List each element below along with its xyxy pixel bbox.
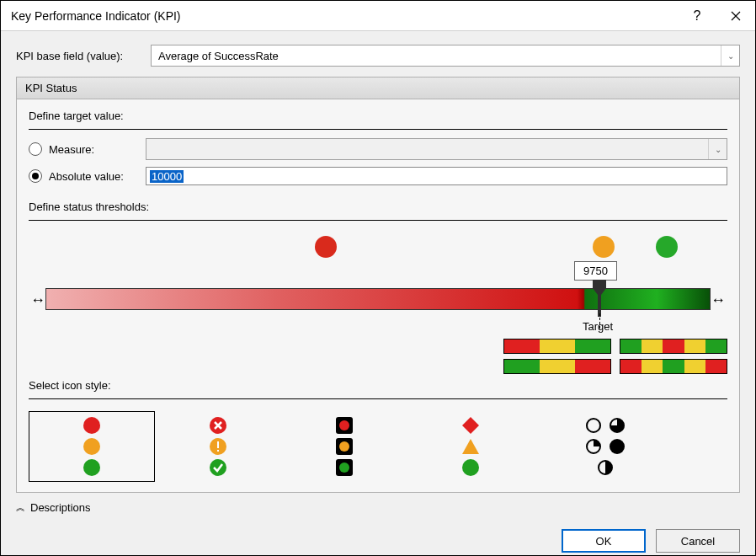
three-quarter-circle-icon [609, 417, 626, 434]
icon-styles [29, 411, 727, 482]
target-label: Target [583, 320, 613, 333]
measure-dropdown[interactable]: ⌄ [146, 138, 727, 160]
define-target-label: Define target value: [29, 110, 727, 122]
svg-rect-7 [217, 450, 219, 452]
triangle-icon [461, 437, 480, 456]
status-dot-yellow [593, 236, 615, 258]
half-circle-icon [597, 459, 614, 476]
kpi-status-header: KPI Status [16, 77, 740, 99]
base-field-label: KPI base field (value): [16, 50, 151, 62]
green-box-icon [335, 458, 354, 477]
measure-radio-label: Measure: [49, 143, 146, 156]
dialog-content: KPI base field (value): Average of Succe… [1, 31, 755, 521]
svg-point-14 [339, 462, 349, 473]
full-circle-icon [609, 438, 626, 455]
slider-extend-right[interactable]: ↔ [711, 291, 726, 309]
descriptions-expander[interactable]: ︽ Descriptions [16, 501, 740, 514]
status-dot-green [656, 236, 678, 258]
help-button[interactable]: ? [678, 1, 716, 31]
svg-point-21 [610, 439, 625, 454]
empty-circle-icon [585, 417, 602, 434]
color-scheme-4[interactable] [620, 359, 727, 374]
icon-style-boxed-dots[interactable] [281, 411, 407, 482]
x-circle-icon [209, 416, 227, 435]
svg-point-10 [339, 420, 349, 430]
icon-style-pie-quarters[interactable] [534, 411, 677, 482]
red-circle-icon [83, 416, 101, 435]
cancel-button[interactable]: Cancel [656, 529, 740, 553]
svg-point-3 [83, 459, 100, 476]
svg-point-1 [83, 417, 100, 434]
base-field-dropdown[interactable]: Average of SuccessRate ⌄ [151, 45, 740, 67]
color-scheme-3[interactable] [503, 359, 611, 374]
threshold-slider-area: 9750 ↔ ↔ Target [29, 236, 727, 379]
color-scheme-2[interactable] [620, 339, 727, 354]
measure-radio[interactable] [29, 142, 42, 156]
chevron-down-icon: ⌄ [721, 45, 739, 66]
svg-point-17 [462, 459, 479, 476]
titlebar: Key Performance Indicator (KPI) ? [1, 1, 755, 31]
color-scheme-grid [503, 339, 727, 374]
check-circle-icon [209, 458, 227, 477]
threshold-marker[interactable] [593, 280, 606, 317]
threshold-gradient-bar[interactable] [45, 288, 711, 310]
icon-style-symbols[interactable] [155, 411, 281, 482]
quarter-circle-icon [585, 438, 602, 455]
base-field-value: Average of SuccessRate [158, 50, 279, 62]
descriptions-label: Descriptions [30, 501, 91, 514]
absolute-value-input[interactable]: 10000 [146, 167, 727, 185]
svg-point-2 [83, 438, 100, 455]
close-icon [731, 11, 741, 21]
yellow-circle-icon [83, 437, 101, 456]
absolute-radio-label: Absolute value: [49, 170, 146, 183]
exclamation-circle-icon [209, 437, 227, 456]
chevron-down-icon: ⌄ [708, 139, 727, 159]
svg-marker-0 [593, 280, 606, 317]
yellow-box-icon [335, 437, 354, 456]
status-dot-red [315, 236, 337, 258]
window-title: Key Performance Indicator (KPI) [11, 9, 678, 23]
ok-button[interactable]: OK [562, 529, 646, 553]
color-scheme-1[interactable] [503, 339, 611, 354]
absolute-value-text: 10000 [150, 170, 184, 183]
svg-point-12 [339, 441, 349, 452]
green-circle-icon [83, 458, 101, 477]
dialog-footer: OK Cancel [1, 521, 755, 556]
diamond-icon [461, 416, 480, 435]
define-thresholds-label: Define status thresholds: [29, 200, 727, 213]
svg-marker-15 [462, 417, 479, 434]
kpi-status-body: Define target value: Measure: ⌄ Absolute… [16, 99, 740, 493]
svg-point-18 [587, 419, 600, 432]
icon-style-shapes[interactable] [407, 411, 534, 482]
close-button[interactable] [716, 1, 755, 31]
threshold-value-box[interactable]: 9750 [574, 261, 617, 281]
svg-marker-16 [462, 439, 479, 454]
select-icon-style-label: Select icon style: [29, 379, 727, 392]
slider-extend-left[interactable]: ↔ [30, 291, 45, 309]
icon-style-traffic-dots[interactable] [29, 411, 155, 482]
svg-point-8 [210, 459, 226, 476]
kpi-dialog: Key Performance Indicator (KPI) ? KPI ba… [0, 0, 756, 556]
green-circle-icon [461, 458, 480, 477]
absolute-radio[interactable] [29, 169, 42, 183]
expand-icon: ︽ [16, 501, 25, 514]
svg-rect-6 [217, 441, 219, 448]
red-box-icon [335, 416, 354, 435]
